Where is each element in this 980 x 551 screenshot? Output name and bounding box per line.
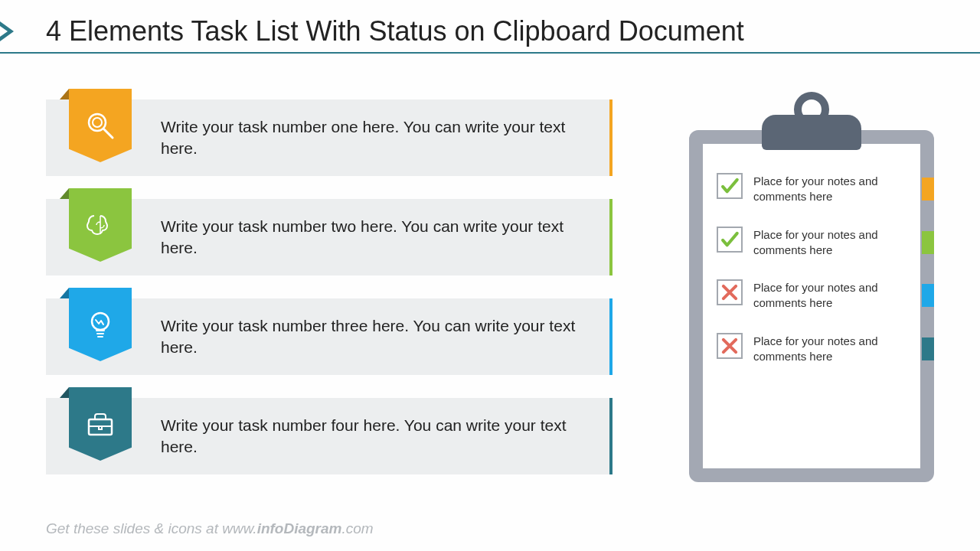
clip-top-icon — [762, 115, 861, 150]
note-text: Place for your notes and comments here — [753, 173, 908, 205]
bulb-icon — [83, 308, 117, 341]
note-color-tab — [922, 337, 934, 360]
task-row: Write your task number three here. You c… — [46, 298, 612, 375]
footer-suffix: .com — [341, 520, 373, 536]
svg-point-0 — [89, 114, 106, 131]
note-color-tab — [922, 231, 934, 254]
clipboard-board: Place for your notes and comments here P… — [689, 130, 934, 482]
note-text: Place for your notes and comments here — [753, 279, 908, 311]
task-text: Write your task number three here. You c… — [161, 315, 586, 359]
task-list: Write your task number one here. You can… — [46, 99, 612, 497]
task-badge — [69, 188, 132, 262]
svg-point-1 — [93, 118, 102, 127]
briefcase-icon — [83, 407, 117, 441]
footer-bold: infoDiagram — [257, 520, 342, 536]
check-icon — [717, 227, 743, 253]
task-badge — [69, 89, 132, 162]
cross-icon — [717, 333, 743, 359]
task-row: Write your task number one here. You can… — [46, 99, 612, 176]
brain-icon — [83, 208, 117, 242]
page-title: 4 Elements Task List With Status on Clip… — [46, 15, 980, 47]
note-color-tab — [922, 284, 934, 307]
note-color-tab — [922, 178, 934, 201]
magnifier-icon — [83, 109, 117, 142]
task-text: Write your task number four here. You ca… — [161, 415, 586, 458]
clipboard-note: Place for your notes and comments here — [717, 173, 908, 205]
clipboard-note: Place for your notes and comments here — [717, 279, 908, 311]
footer-prefix: Get these slides & icons at www. — [46, 520, 257, 536]
task-text: Write your task number two here. You can… — [161, 216, 586, 259]
footer-attribution: Get these slides & icons at www.infoDiag… — [46, 520, 374, 537]
clipboard-note: Place for your notes and comments here — [717, 333, 908, 365]
note-text: Place for your notes and comments here — [753, 333, 908, 365]
check-icon — [717, 173, 743, 199]
cross-icon — [717, 279, 743, 305]
task-row: Write your task number two here. You can… — [46, 199, 612, 276]
note-text: Place for your notes and comments here — [753, 227, 908, 259]
task-text: Write your task number one here. You can… — [161, 116, 586, 160]
clipboard-note: Place for your notes and comments here — [717, 227, 908, 259]
title-bar: 4 Elements Task List With Status on Clip… — [0, 15, 980, 54]
task-badge — [69, 288, 132, 361]
clipboard: Place for your notes and comments here P… — [689, 115, 934, 482]
title-notch-icon — [0, 21, 14, 41]
clipboard-paper: Place for your notes and comments here P… — [703, 144, 920, 468]
task-row: Write your task number four here. You ca… — [46, 398, 612, 474]
task-badge — [69, 387, 132, 461]
svg-line-2 — [104, 129, 113, 138]
